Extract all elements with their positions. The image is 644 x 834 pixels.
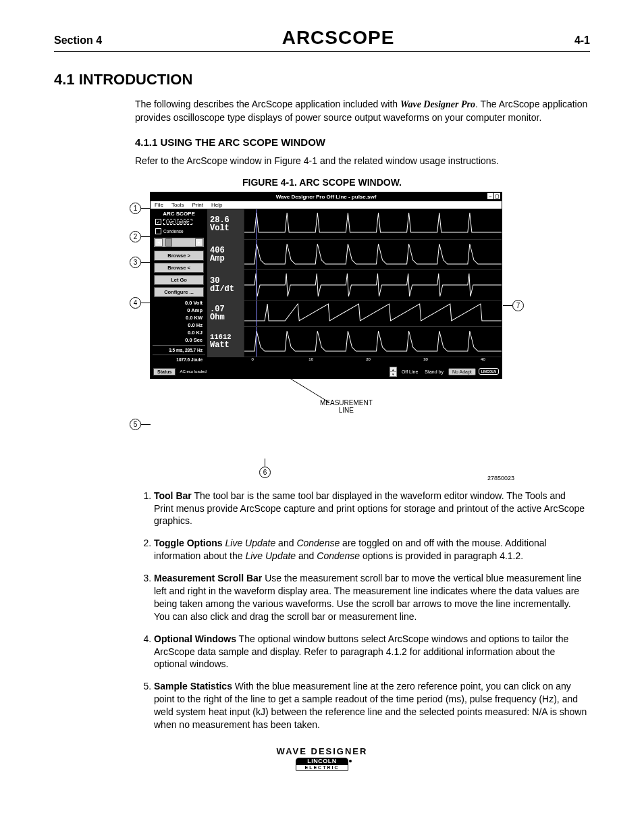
- panel-title: ARC SCOPE: [153, 211, 205, 217]
- browse-back-button[interactable]: Browse <: [154, 263, 204, 273]
- figure-caption: FIGURE 4-1. ARC SCOPE WINDOW.: [54, 177, 590, 188]
- t: Condense: [296, 538, 340, 548]
- item-title: Measurement Scroll Bar: [154, 573, 262, 583]
- t: Live Update: [245, 550, 296, 561]
- condense-label: Condense: [163, 229, 184, 234]
- lincoln-logo-icon: LINCOLN: [479, 368, 499, 375]
- side-stat: 0.0 Sec: [153, 336, 205, 344]
- side-stat: 0 Amp: [153, 307, 205, 314]
- page-footer: WAVE DESIGNER LINCOLN ELECTRIC: [54, 746, 590, 771]
- list-item: Toggle Options Live Update and Condense …: [154, 537, 590, 563]
- minimize-button[interactable]: –: [487, 193, 493, 199]
- browse-forward-button[interactable]: Browse >: [154, 251, 204, 261]
- scroll-track[interactable]: [163, 238, 195, 246]
- status-noadapt-button[interactable]: No Adapt: [448, 368, 476, 375]
- callout-2: 2: [130, 231, 151, 242]
- logo-top: LINCOLN: [296, 758, 348, 764]
- waveform-ohm[interactable]: [244, 301, 502, 326]
- lincoln-electric-logo: LINCOLN ELECTRIC: [296, 758, 348, 771]
- scroll-left-icon[interactable]: ◂: [155, 238, 163, 246]
- status-text: AC.eco loaded: [180, 369, 206, 373]
- reading-value: 406: [210, 246, 225, 255]
- section-4-1-1-title: 4.1.1 USING THE ARC SCOPE WINDOW: [135, 136, 590, 148]
- xtick: 0: [251, 357, 253, 361]
- status-standby: Stand by: [423, 369, 446, 374]
- t: Live Update: [225, 538, 276, 548]
- toggle-condense[interactable]: Condense: [155, 228, 205, 234]
- t: and: [275, 538, 296, 548]
- side-stat: 0.0 Hz: [153, 321, 205, 329]
- reading-value: 30: [210, 277, 219, 285]
- callout-5: 5: [130, 419, 151, 430]
- scroll-right-icon[interactable]: ▸: [195, 238, 203, 246]
- callout-3: 3: [130, 257, 151, 268]
- instructions-list: Tool Bar The tool bar is the same tool b…: [154, 490, 590, 731]
- reading-unit: Ohm: [210, 313, 225, 321]
- trace-row-watt: 11612 Watt: [207, 327, 502, 357]
- window-title: Wave Designer Pro Off Line - pulse.swf: [276, 194, 377, 200]
- header-section: Section 4: [54, 34, 102, 47]
- callout-num-1: 1: [130, 203, 141, 214]
- window-controls: – ▢: [487, 193, 500, 199]
- menu-help[interactable]: Help: [211, 202, 222, 208]
- waveform-amp[interactable]: [244, 240, 502, 269]
- measurement-label-1: MEASUREMENT: [320, 399, 373, 407]
- scroll-vert-icon[interactable]: ▴▾: [390, 367, 397, 377]
- toggle-live-update[interactable]: Live Update: [155, 219, 205, 225]
- scroll-thumb[interactable]: [165, 238, 172, 246]
- configure-button[interactable]: Configure ...: [154, 287, 204, 297]
- menu-bar: File Tools Print Help: [151, 201, 502, 209]
- callout-num-4: 4: [130, 297, 141, 309]
- item-title: Tool Bar: [154, 490, 192, 501]
- callout-1: 1: [130, 203, 151, 214]
- reading-unit: Amp: [210, 255, 225, 263]
- reading-unit: dI/dt: [210, 285, 234, 293]
- menu-file[interactable]: File: [155, 202, 163, 208]
- menu-print[interactable]: Print: [192, 202, 203, 208]
- waveform-watt[interactable]: [244, 327, 502, 357]
- footer-wave-designer: WAVE DESIGNER: [54, 746, 590, 756]
- reading-unit: Volt: [210, 224, 230, 232]
- arcscope-window: Wave Designer Pro Off Line - pulse.swf –…: [150, 192, 502, 379]
- item-body: The tool bar is the same tool bar displa…: [154, 490, 585, 527]
- status-label: Status: [153, 368, 176, 375]
- reading-volt: 28.6 Volt: [207, 209, 244, 239]
- checkbox-icon: [155, 219, 161, 225]
- side-stat: 0.0 Volt: [153, 299, 205, 307]
- menu-tools[interactable]: Tools: [171, 202, 184, 208]
- trace-row-didt: 30 dI/dt: [207, 270, 502, 301]
- measurement-label-2: LINE: [339, 407, 354, 414]
- intro-paragraph: The following describes the ArcScope app…: [135, 98, 590, 124]
- list-item: Measurement Scroll Bar Use the measureme…: [154, 572, 590, 623]
- callout-num-7: 7: [512, 300, 524, 311]
- callout-num-2: 2: [130, 231, 141, 242]
- live-update-label: Live Update: [163, 219, 192, 225]
- list-item: Tool Bar The tool bar is the same tool b…: [154, 490, 590, 528]
- workspace: ARC SCOPE Live Update Condense ◂ ▸ Brows…: [151, 209, 502, 365]
- status-offline: Off Line: [400, 369, 420, 374]
- xtick: 10: [308, 357, 313, 361]
- figure-4-1: 1 2 3 4 5 6 7 MEASUREMENT LINE Wave Desi…: [130, 192, 514, 479]
- t: and: [296, 550, 317, 561]
- callout-4: 4: [130, 297, 151, 309]
- callout-7: 7: [503, 300, 524, 311]
- let-go-button[interactable]: Let Go: [154, 275, 204, 285]
- trace-row-volt: 28.6 Volt: [207, 209, 502, 240]
- reading-watt: 11612 Watt: [207, 327, 244, 357]
- side-stat: 0.0 KJ: [153, 329, 205, 336]
- left-panel: ARC SCOPE Live Update Condense ◂ ▸ Brows…: [151, 209, 207, 365]
- trace-row-amp: 406 Amp: [207, 240, 502, 270]
- figure-id: 27850023: [487, 475, 514, 481]
- callout-num-6: 6: [259, 467, 271, 478]
- maximize-button[interactable]: ▢: [494, 193, 500, 199]
- window-titlebar[interactable]: Wave Designer Pro Off Line - pulse.swf –…: [151, 192, 502, 201]
- xtick: 40: [481, 357, 485, 361]
- header-title: ARCSCOPE: [282, 27, 395, 49]
- waveform-volt[interactable]: [244, 209, 502, 239]
- header-page: 4-1: [574, 34, 590, 47]
- status-bar: Status AC.eco loaded ▴▾ Off Line Stand b…: [151, 365, 502, 378]
- logo-bottom: ELECTRIC: [296, 764, 348, 771]
- measurement-scroll-bar[interactable]: ◂ ▸: [154, 238, 204, 247]
- waveform-didt[interactable]: [244, 270, 502, 300]
- checkbox-icon: [155, 228, 161, 234]
